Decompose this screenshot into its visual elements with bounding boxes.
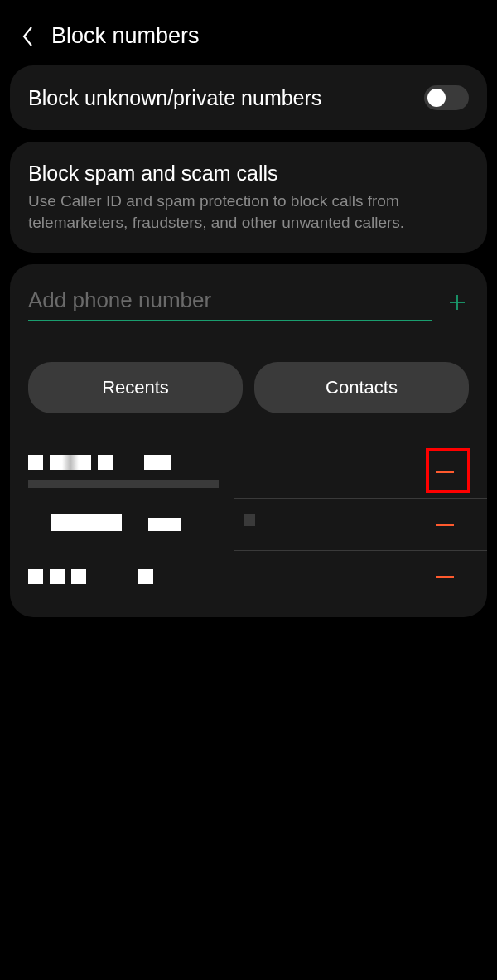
tab-contacts[interactable]: Contacts [254, 362, 469, 413]
redacted-text [71, 569, 86, 584]
block-unknown-card: Block unknown/private numbers [10, 65, 487, 130]
block-unknown-row: Block unknown/private numbers [28, 85, 469, 110]
redacted-text [138, 569, 153, 584]
redacted-text [50, 569, 65, 584]
page-title: Block numbers [51, 23, 200, 49]
redacted-text [50, 455, 91, 470]
redacted-text [28, 569, 43, 584]
redacted-text [244, 514, 255, 526]
tab-recents[interactable]: Recents [28, 362, 243, 413]
blocked-item-content [28, 569, 429, 584]
remove-button[interactable] [429, 561, 461, 592]
toggle-knob [427, 89, 446, 107]
redacted-text [144, 455, 171, 470]
tabs: Recents Contacts [28, 362, 469, 413]
remove-button[interactable] [429, 509, 461, 540]
blocked-item [10, 499, 487, 550]
blocked-item-content [28, 514, 429, 534]
blocked-item-content [28, 455, 429, 488]
minus-icon [436, 576, 454, 578]
back-icon[interactable] [20, 25, 35, 48]
blocked-item [10, 551, 487, 602]
blocked-item [10, 445, 487, 498]
add-number-row [28, 284, 469, 321]
blocked-list [10, 445, 487, 602]
minus-icon [436, 524, 454, 526]
redacted-text [51, 514, 122, 531]
minus-icon [436, 471, 454, 473]
block-unknown-toggle[interactable] [424, 85, 469, 110]
redacted-text [28, 455, 43, 470]
block-spam-description: Use Caller ID and spam protection to blo… [28, 191, 469, 233]
block-unknown-label: Block unknown/private numbers [28, 86, 321, 110]
block-spam-title: Block spam and scam calls [28, 162, 469, 186]
redacted-text [98, 455, 113, 470]
phone-number-input[interactable] [28, 284, 432, 321]
add-number-card: Recents Contacts [10, 264, 487, 617]
redacted-subtext [28, 480, 219, 488]
header: Block numbers [0, 0, 497, 65]
block-spam-card[interactable]: Block spam and scam calls Use Caller ID … [10, 142, 487, 253]
remove-button[interactable] [429, 456, 461, 487]
redacted-text [148, 518, 181, 531]
add-number-button[interactable] [446, 291, 469, 314]
